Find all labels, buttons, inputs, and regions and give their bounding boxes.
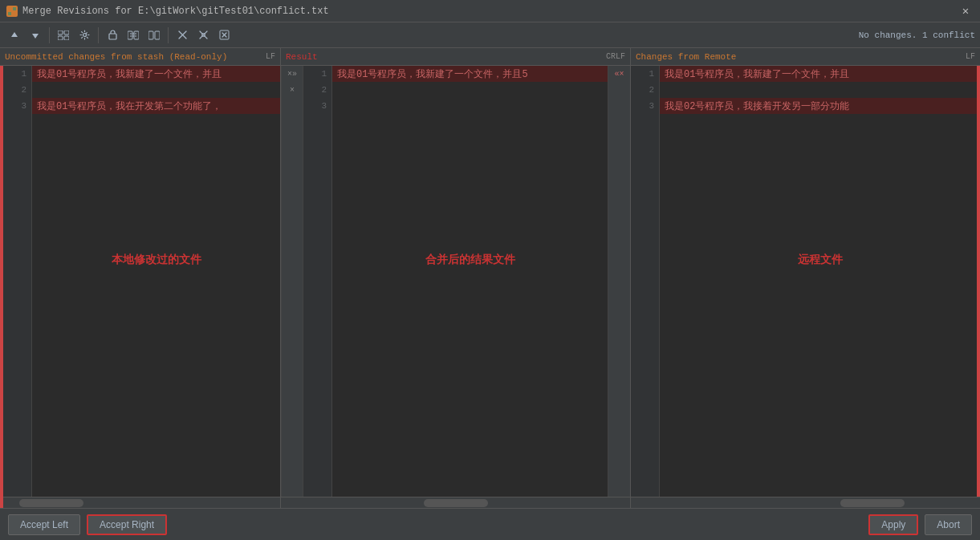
panel-right-title: Changes from Remote <box>636 52 736 62</box>
gutter-line-2: 2 <box>3 82 31 98</box>
panel-center-editor: ×» × 1 2 3 我是01号程序员，我新建了一个文件，并且5 合并后的结果文… <box>281 66 630 497</box>
panel-left-watermark: 本地修改过的文件 <box>112 253 201 267</box>
gutter-line-1: 1 <box>3 66 31 82</box>
scroll-sync1-button[interactable] <box>124 26 143 45</box>
panel-right-gutter: 1 2 3 <box>631 66 660 497</box>
toolbar-separator-1 <box>49 27 50 43</box>
settings-button[interactable] <box>75 26 94 45</box>
code-line-3: 我是01号程序员，我在开发第二个功能了， <box>32 98 280 114</box>
toolbar-separator-3 <box>168 27 169 43</box>
center-code-line-2 <box>332 82 608 98</box>
accept-left-button[interactable]: Accept Left <box>8 514 80 535</box>
merge-arrow-left-2[interactable]: × <box>282 82 303 98</box>
center-gutter-line-1: 1 <box>303 66 331 82</box>
toolbar-separator-2 <box>98 27 99 43</box>
window-title: Merge Revisions for E:\gitWork\gitTest01… <box>22 6 329 17</box>
panel-center-scrollbar-thumb[interactable] <box>424 499 488 507</box>
bottom-left-buttons: Accept Left Accept Right <box>8 514 167 535</box>
next-change-button[interactable] <box>26 26 45 45</box>
panel-center-code[interactable]: 我是01号程序员，我新建了一个文件，并且5 合并后的结果文件 <box>332 66 608 497</box>
panel-left-gutter: 1 2 3 <box>3 66 32 497</box>
right-code-line-1: 我是01号程序员，我新建了一个文件，并且 <box>660 66 980 82</box>
panel-right-scrollbar-thumb[interactable] <box>840 499 905 507</box>
svg-rect-0 <box>8 7 11 10</box>
merge-arrow-right-1[interactable]: «× <box>608 66 630 82</box>
panel-center: Result CRLF ×» × 1 2 3 <box>281 48 631 508</box>
merge-gutter-right: «× <box>608 66 630 497</box>
toggle-view-button[interactable] <box>54 26 73 45</box>
panel-left-editor: 1 2 3 我是01号程序员，我新建了一个文件，并且 我是01号程序员，我在开发… <box>3 66 280 497</box>
magic3-button[interactable] <box>214 26 234 45</box>
panel-right-body: 1 2 3 我是01号程序员，我新建了一个文件，并且 我是02号程序员，我接着开… <box>631 66 980 508</box>
panel-left-encoding: LF <box>266 52 275 61</box>
abort-button[interactable]: Abort <box>925 514 972 535</box>
bottom-right-buttons: Apply Abort <box>868 514 972 535</box>
bottom-bar: Accept Left Accept Right Apply Abort <box>0 508 980 540</box>
svg-rect-9 <box>64 36 69 40</box>
code-line-2 <box>32 82 280 98</box>
svg-rect-2 <box>8 12 11 15</box>
svg-marker-5 <box>32 34 39 39</box>
panel-left-scrollbar[interactable] <box>3 497 280 508</box>
panel-left-code: 我是01号程序员，我新建了一个文件，并且 我是01号程序员，我在开发第二个功能了… <box>32 66 280 497</box>
right-gutter-line-1: 1 <box>631 66 659 82</box>
panel-right: Changes from Remote LF 1 2 3 我是01号程序员，我新… <box>631 48 980 508</box>
panel-center-scrollbar[interactable] <box>281 497 630 508</box>
center-code-line-3 <box>332 98 608 114</box>
conflict-marker-right <box>977 66 980 497</box>
svg-rect-13 <box>134 31 139 39</box>
prev-change-button[interactable] <box>5 26 24 45</box>
svg-rect-1 <box>13 7 16 10</box>
apply-button[interactable]: Apply <box>868 514 918 535</box>
svg-rect-8 <box>58 36 63 40</box>
merge-arrow-left-1[interactable]: ×» <box>282 66 303 82</box>
app-icon <box>6 6 18 17</box>
panel-left-inner: 1 2 3 我是01号程序员，我新建了一个文件，并且 我是01号程序员，我在开发… <box>3 66 280 508</box>
merge-arrow-right-2[interactable] <box>608 82 630 98</box>
panel-left-header: Uncommitted changes from stash (Read-onl… <box>0 48 280 66</box>
panel-center-header: Result CRLF <box>281 48 630 66</box>
merge-gutter-left: ×» × <box>281 66 303 497</box>
right-gutter-line-2: 2 <box>631 82 659 98</box>
right-code-line-3: 我是02号程序员，我接着开发另一部分功能 <box>660 98 980 114</box>
svg-rect-12 <box>128 31 132 39</box>
panel-left-scrollbar-thumb[interactable] <box>19 499 83 507</box>
close-button[interactable]: ✕ <box>958 3 974 19</box>
title-left: Merge Revisions for E:\gitWork\gitTest01… <box>6 6 329 17</box>
panel-center-encoding: CRLF <box>606 52 625 61</box>
code-line-1: 我是01号程序员，我新建了一个文件，并且 <box>32 66 280 82</box>
panel-right-editor: 1 2 3 我是01号程序员，我新建了一个文件，并且 我是02号程序员，我接着开… <box>631 66 980 497</box>
magic2-button[interactable] <box>193 26 213 45</box>
panel-center-inner: ×» × 1 2 3 我是01号程序员，我新建了一个文件，并且5 合并后的结果文… <box>281 66 630 508</box>
svg-rect-14 <box>148 31 153 39</box>
main-content: Uncommitted changes from stash (Read-onl… <box>0 48 980 508</box>
panel-left-body: 1 2 3 我是01号程序员，我新建了一个文件，并且 我是01号程序员，我在开发… <box>0 66 280 508</box>
svg-rect-11 <box>109 34 116 39</box>
magic1-button[interactable] <box>173 26 192 45</box>
merge-arrow-left-3 <box>282 98 303 114</box>
scroll-sync2-button[interactable] <box>144 26 164 45</box>
merge-arrow-right-3 <box>608 98 630 114</box>
panel-center-body: ×» × 1 2 3 我是01号程序员，我新建了一个文件，并且5 合并后的结果文… <box>281 66 630 508</box>
right-code-line-2 <box>660 82 980 98</box>
panel-right-scrollbar[interactable] <box>631 497 980 508</box>
toolbar: No changes. 1 conflict <box>0 22 980 48</box>
accept-right-button[interactable]: Accept Right <box>87 514 167 535</box>
panel-right-inner: 1 2 3 我是01号程序员，我新建了一个文件，并且 我是02号程序员，我接着开… <box>631 66 980 508</box>
title-bar: Merge Revisions for E:\gitWork\gitTest01… <box>0 0 980 22</box>
center-gutter-line-3: 3 <box>303 98 331 114</box>
panel-left-title: Uncommitted changes from stash (Read-onl… <box>5 52 227 62</box>
svg-rect-6 <box>58 30 63 35</box>
center-gutter-line-2: 2 <box>303 82 331 98</box>
panel-center-watermark: 合并后的结果文件 <box>425 253 515 267</box>
center-code-line-1: 我是01号程序员，我新建了一个文件，并且5 <box>332 66 608 82</box>
panel-right-watermark: 远程文件 <box>798 253 843 267</box>
lock1-button[interactable] <box>103 26 122 45</box>
panel-center-title: Result <box>286 52 318 62</box>
status-text: No changes. 1 conflict <box>859 30 975 40</box>
svg-marker-4 <box>11 32 18 37</box>
panel-left: Uncommitted changes from stash (Read-onl… <box>0 48 281 508</box>
panel-right-header: Changes from Remote LF <box>631 48 980 66</box>
gutter-line-3: 3 <box>3 98 31 114</box>
panel-center-gutter: 1 2 3 <box>303 66 332 497</box>
